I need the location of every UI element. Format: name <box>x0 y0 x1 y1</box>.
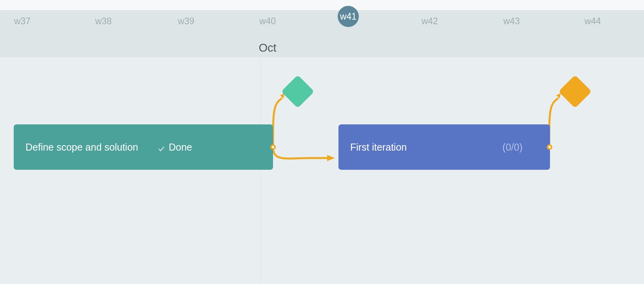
task-bar-first-iteration[interactable]: First iteration (0/0) <box>338 124 550 170</box>
week-label-w39[interactable]: w39 <box>178 16 194 27</box>
task-title: First iteration <box>350 142 407 153</box>
task-status-label: Done <box>169 142 192 153</box>
arrowhead-icon <box>327 155 335 161</box>
milestone-orange[interactable] <box>559 75 592 108</box>
week-label-w37[interactable]: w37 <box>14 16 31 27</box>
task-title: Define scope and solution <box>25 142 138 153</box>
column-boundary <box>260 57 261 284</box>
check-icon <box>158 144 165 151</box>
milestone-green[interactable] <box>281 75 315 108</box>
connector-dot[interactable] <box>270 144 276 150</box>
connector-task1-to-task2 <box>273 147 327 158</box>
task-progress: (0/0) <box>503 142 538 153</box>
connector-task2-to-milestone2 <box>549 98 558 147</box>
timeline-canvas[interactable]: Define scope and solution Done First ite… <box>0 57 644 284</box>
connector-dot[interactable] <box>547 144 552 150</box>
week-label-w42[interactable]: w42 <box>421 16 438 27</box>
week-label-row: w37 w38 w39 w40 w41 w42 w43 w44 <box>0 10 644 21</box>
task-status: Done <box>158 142 192 153</box>
week-label-w40[interactable]: w40 <box>259 16 276 27</box>
connector-task1-to-milestone1 <box>273 98 282 147</box>
week-label-w41-current[interactable]: w41 <box>338 6 359 27</box>
week-label-w38[interactable]: w38 <box>95 16 112 27</box>
arrowhead-icon <box>556 93 561 99</box>
month-label: Oct <box>259 41 276 54</box>
connector-layer <box>0 57 644 284</box>
week-label-w43[interactable]: w43 <box>503 16 520 27</box>
timeline-header: w37 w38 w39 w40 w41 w42 w43 w44 Oct <box>0 10 644 57</box>
week-label-w44[interactable]: w44 <box>584 16 601 27</box>
top-app-bar <box>0 0 644 10</box>
task-bar-define-scope[interactable]: Define scope and solution Done <box>14 124 273 170</box>
